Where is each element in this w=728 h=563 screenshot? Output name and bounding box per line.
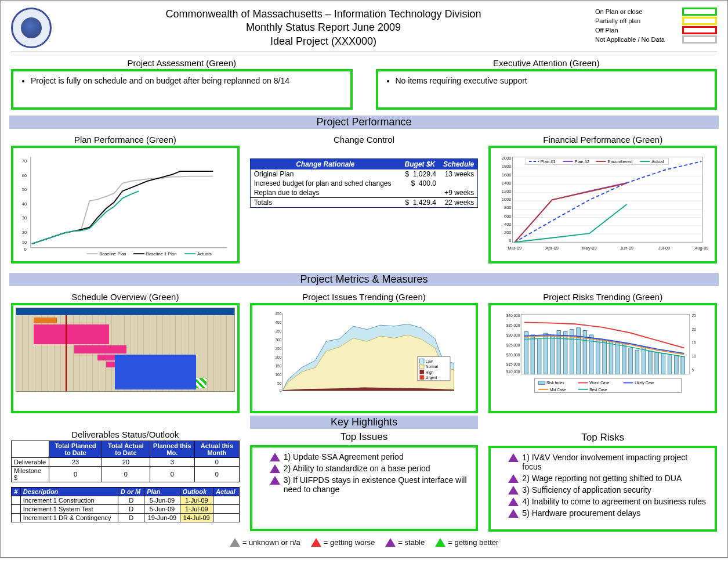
svg-text:350: 350 [275,329,281,333]
svg-text:Low: Low [425,359,432,363]
svg-text:1400: 1400 [502,181,512,186]
cc-row: Original Plan$ 1,029.413 weeks [250,169,478,179]
svg-text:Encumbered: Encumbered [608,159,633,164]
svg-text:0: 0 [24,247,27,252]
svg-rect-111 [668,355,672,374]
key-item: 3) Sufficiency of application security [508,485,708,495]
legend-on-plan: On Plan or close [595,8,642,15]
plan-performance-chart: 706050 403020 100 Baseline Pla [11,146,240,264]
svg-text:$20,000: $20,000 [506,353,520,357]
svg-text:400: 400 [275,320,281,324]
assessment-row: Project Assessment (Green) Project is fu… [11,56,717,110]
top-risks-box: 1) IV&V Vendor involvement impacting pro… [488,446,717,532]
key-item: 2) Wage reporting not getting shifted to… [508,474,708,483]
schedule-overview-chart [11,303,240,413]
deliverable-detail-row: Increment 1 System TestD5-Jun-091-Jul-09 [12,505,240,514]
svg-rect-68 [419,359,424,363]
svg-text:25: 25 [692,313,697,317]
key-item: 2) Ability to standardize on a base peri… [270,464,469,473]
exec-attention-title: Executive Attention (Green) [376,58,718,68]
svg-text:Baseline Plan: Baseline Plan [99,251,126,256]
triangle-purple-icon [508,497,519,506]
svg-rect-101 [603,341,607,374]
svg-text:2000: 2000 [502,156,512,161]
svg-text:50: 50 [22,187,27,192]
svg-text:$25,000: $25,000 [506,343,520,347]
svg-rect-100 [596,339,600,374]
trend-legend: = unknown or n/a = getting worse = stabl… [11,537,717,547]
sched-overview-title: Schedule Overview (Green) [11,292,240,302]
svg-text:Risk Index: Risk Index [547,381,565,385]
svg-rect-74 [419,376,424,380]
top-risks-title: Top Risks [488,432,717,443]
deliverable-detail-row: Increment 1 DR & ContingencyD19-Jun-0914… [12,514,240,522]
svg-text:15: 15 [692,341,697,345]
svg-text:May-09: May-09 [582,246,597,251]
svg-text:600: 600 [504,214,512,219]
svg-rect-105 [629,348,633,374]
svg-text:20: 20 [692,327,697,331]
svg-text:Plan #1: Plan #1 [541,159,556,164]
svg-text:10: 10 [22,240,27,245]
triangle-red-icon [311,538,321,547]
cc-h-rationale: Change Rationale [250,159,400,170]
svg-rect-90 [531,335,535,374]
swatch-red [682,26,717,34]
title-line-3: Ideal Project (XXX000) [59,35,588,48]
deliverables-title: Deliverables Status/Outlook [11,430,240,439]
swatch-green [682,8,717,16]
key-highlights-band: Key Highlights [250,416,479,429]
svg-text:Normal: Normal [425,364,438,369]
financial-performance-chart: 200018001600 140012001000 800600400 2000 [488,146,717,264]
performance-row: Plan Performance (Green) 706050 403020 1… [11,132,717,264]
cc-totals-sched: 22 weeks [440,198,478,208]
key-item: 4) Inability to come to agreement on bus… [508,497,708,506]
svg-text:40: 40 [22,201,27,207]
legend-partial: Partially off plan [595,17,640,24]
svg-text:200: 200 [275,355,281,359]
status-report-page: Commonwealth of Massachusetts – Informat… [0,0,728,558]
exec-attention-bullet: No items requiring executive support [396,76,708,85]
svg-rect-108 [649,351,653,374]
fin-perf-title: Financial Performance (Green) [488,135,717,145]
swatch-yellow [682,17,717,25]
svg-rect-106 [635,350,639,374]
svg-text:Actuals: Actuals [197,251,212,256]
svg-rect-104 [622,344,626,374]
svg-text:Worst Case: Worst Case [590,381,610,385]
svg-text:Jun-09: Jun-09 [620,246,633,251]
svg-text:$40,000: $40,000 [506,313,520,317]
svg-rect-113 [681,357,685,374]
svg-text:1200: 1200 [502,189,512,194]
svg-text:450: 450 [275,312,281,316]
top-issues-title: Top Issues [250,431,479,443]
svg-rect-70 [419,364,424,369]
svg-text:1800: 1800 [502,164,512,169]
svg-text:400: 400 [504,222,512,227]
svg-text:70: 70 [22,158,27,164]
project-assessment-box: Project is fully on schedule and on budg… [11,69,353,110]
svg-text:1600: 1600 [502,172,512,178]
svg-text:20: 20 [22,230,27,235]
svg-rect-109 [655,352,659,374]
svg-text:$15,000: $15,000 [506,363,520,367]
svg-text:$35,000: $35,000 [506,323,520,327]
svg-text:30: 30 [22,216,27,221]
top-issues-box: 1) Update SSA Agreement period2) Ability… [250,445,479,531]
svg-text:Aug-09: Aug-09 [695,246,709,251]
svg-text:10: 10 [692,355,697,359]
risks-trend-title: Project Risks Trending (Green) [488,292,717,302]
plan-perf-title: Plan Performance (Green) [11,135,240,145]
svg-text:250: 250 [275,347,281,351]
key-highlights-row: Deliverables Status/Outlook Total Planne… [11,416,717,532]
svg-rect-94 [557,331,561,374]
key-item: 1) Update SSA Agreement period [270,452,469,461]
cc-row: Incresed budget for plan and sched chang… [250,179,478,188]
svg-text:Mar-09: Mar-09 [508,246,522,251]
svg-text:$30,000: $30,000 [506,333,520,337]
svg-text:800: 800 [504,205,512,211]
svg-text:60: 60 [22,173,27,178]
deliverables-summary-table: Total Planned to Date Total Actual to Da… [11,441,240,482]
svg-rect-16 [513,157,703,243]
metrics-band: Project Metrics & Measures [9,273,719,286]
